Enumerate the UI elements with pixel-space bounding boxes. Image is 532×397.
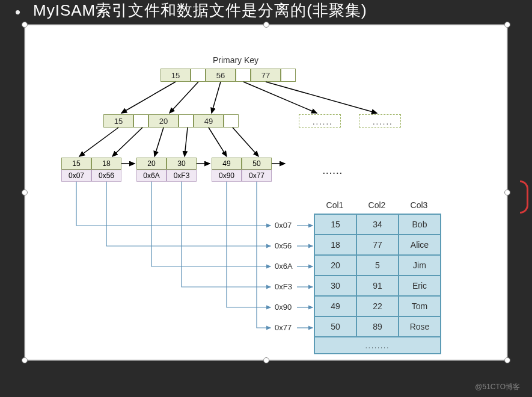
svg-line-4 bbox=[266, 82, 377, 113]
resize-handle-icon[interactable] bbox=[22, 22, 28, 28]
leaf-ptr: 0x56 bbox=[91, 170, 121, 182]
table-footer: ........ bbox=[314, 337, 441, 354]
data-table: Col1 Col2 Col3 1534Bob 1877Alice 205Jim … bbox=[314, 197, 441, 354]
slide-frame: Primary Key 15 56 77 15 20 49 ...... ...… bbox=[24, 24, 508, 361]
annotation-mark bbox=[520, 180, 528, 214]
primary-key-label: Primary Key bbox=[206, 55, 266, 65]
svg-line-0 bbox=[121, 82, 176, 113]
placeholder-node: ...... bbox=[359, 114, 401, 128]
leaf-ptr: 0xF3 bbox=[167, 170, 197, 182]
col-header: Col2 bbox=[356, 197, 398, 214]
lvl2-key: 20 bbox=[148, 114, 179, 128]
watermark: @51CTO博客 bbox=[475, 382, 520, 392]
svg-line-3 bbox=[243, 82, 317, 113]
leaf-key: 15 bbox=[61, 158, 91, 170]
table-row: 3091Eric bbox=[314, 275, 441, 296]
root-key: 56 bbox=[206, 69, 236, 82]
leaf-ptr: 0x07 bbox=[61, 170, 91, 182]
leaf-ellipsis: ...... bbox=[323, 167, 343, 176]
leaf-node: 15 18 0x07 0x56 bbox=[61, 158, 121, 182]
svg-line-9 bbox=[209, 128, 227, 156]
table-header: Col1 Col2 Col3 bbox=[314, 197, 441, 214]
table-body: 1534Bob 1877Alice 205Jim 3091Eric 4922To… bbox=[314, 214, 441, 354]
leaf-key: 18 bbox=[91, 158, 121, 170]
address-label: 0x56 bbox=[275, 241, 292, 250]
lvl2-gap bbox=[133, 114, 148, 128]
leaf-ptr: 0x6A bbox=[136, 170, 167, 182]
leaf-key: 30 bbox=[167, 158, 197, 170]
leaf-ptr: 0x77 bbox=[242, 170, 272, 182]
table-row: 4922Tom bbox=[314, 296, 441, 316]
svg-line-8 bbox=[185, 128, 188, 156]
slide-title: MyISAM索引文件和数据文件是分离的(非聚集) bbox=[33, 0, 367, 21]
root-key: 15 bbox=[161, 69, 191, 82]
lvl2-gap bbox=[179, 114, 194, 128]
root-gap bbox=[236, 69, 251, 82]
table-row: 5089Rose bbox=[314, 316, 441, 337]
resize-handle-icon[interactable] bbox=[504, 22, 510, 28]
address-label: 0x90 bbox=[275, 303, 292, 312]
table-row: 1877Alice bbox=[314, 235, 441, 255]
address-label: 0x07 bbox=[275, 221, 292, 230]
root-node: 15 56 77 bbox=[161, 69, 296, 82]
table-row: 205Jim bbox=[314, 255, 441, 275]
root-gap bbox=[281, 69, 296, 82]
lvl2-key: 15 bbox=[103, 114, 133, 128]
leaf-key: 49 bbox=[212, 158, 242, 170]
lvl2-key: 49 bbox=[194, 114, 224, 128]
root-gap bbox=[191, 69, 206, 82]
svg-line-2 bbox=[212, 82, 221, 113]
resize-handle-icon[interactable] bbox=[263, 22, 269, 28]
col-header: Col1 bbox=[314, 197, 356, 214]
address-label: 0xF3 bbox=[275, 282, 292, 291]
address-label: 0x77 bbox=[275, 323, 292, 332]
svg-line-7 bbox=[154, 128, 164, 156]
leaf-key: 50 bbox=[242, 158, 272, 170]
address-label: 0x6A bbox=[275, 262, 293, 271]
svg-line-6 bbox=[112, 128, 142, 156]
leaf-key: 20 bbox=[136, 158, 167, 170]
level2-node: 15 20 49 bbox=[103, 114, 239, 128]
placeholder-node: ...... bbox=[299, 114, 341, 128]
svg-line-10 bbox=[233, 128, 258, 156]
root-key: 77 bbox=[251, 69, 281, 82]
bullet: • bbox=[15, 3, 20, 22]
btree-diagram: Primary Key 15 56 77 15 20 49 ...... ...… bbox=[25, 55, 507, 362]
svg-line-1 bbox=[170, 82, 198, 113]
table-row: 1534Bob bbox=[314, 214, 441, 235]
leaf-ptr: 0x90 bbox=[212, 170, 242, 182]
svg-line-5 bbox=[79, 128, 118, 156]
leaf-node: 49 50 0x90 0x77 bbox=[212, 158, 272, 182]
leaf-node: 20 30 0x6A 0xF3 bbox=[136, 158, 197, 182]
lvl2-gap bbox=[224, 114, 239, 128]
col-header: Col3 bbox=[398, 197, 440, 214]
